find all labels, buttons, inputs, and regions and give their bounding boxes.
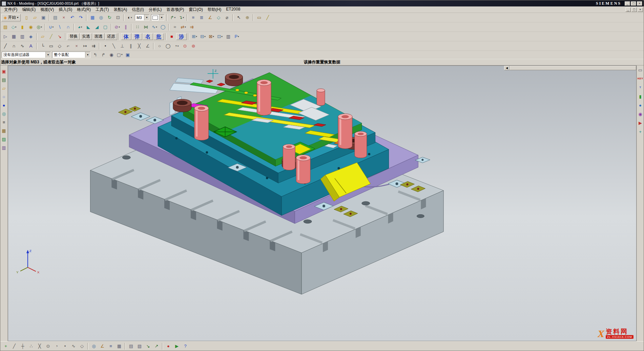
guide-bushing[interactable] [173,99,191,112]
control-point-toggle[interactable]: ∴ [27,343,35,350]
revolve-button[interactable]: ◉ [27,23,35,31]
wave-link-button[interactable]: ⊠▾ [207,33,215,40]
red-arrow-button[interactable]: ↘ [56,33,64,40]
layer-button[interactable]: ≡ [107,343,115,350]
cut-button[interactable]: × [60,14,68,21]
extrude-button[interactable]: ▮ [18,23,26,31]
pattern-component-button[interactable]: ⊡▾ [216,33,224,40]
intersect-button[interactable]: ∩ [64,23,72,31]
p8-macro-button[interactable]: P▾ [233,33,241,40]
grid-toggle[interactable]: ▦ [115,343,123,350]
folder-button[interactable]: ▱ [39,33,47,40]
3d-model-view[interactable]: Z Z X Y [8,66,636,341]
start-menu-button[interactable]: ◈ 开始 ▾ [1,14,21,21]
wcs-orient-button[interactable]: ∠ [98,343,106,350]
history-tab[interactable]: ○ [1,94,7,100]
move-object-button[interactable]: ↱▾ [169,14,177,21]
edge-blend-button[interactable]: ◕▾ [76,23,84,31]
edit-curve-button[interactable]: ╱ [47,33,55,40]
existing-point-toggle[interactable]: • [61,343,69,350]
point-button[interactable]: • [101,42,109,50]
quick-trim-button[interactable]: × [72,42,81,50]
menu-item-7[interactable]: 信息(I) [129,6,146,13]
datum-csys[interactable]: Z [208,69,219,79]
spring-cylinder[interactable] [317,89,325,106]
spring-cylinder[interactable] [355,131,367,158]
perpendicular-button[interactable]: ⊥ [118,42,126,50]
wcs-triad[interactable]: Z X Y [16,249,40,274]
mirror-feature-button[interactable]: ⋈ [142,23,150,31]
rail-collapse-tool[interactable]: ▭ [637,67,643,73]
color-swatch-combo[interactable]: ▼ [151,14,164,21]
named-view-button[interactable]: ▷ [1,33,9,40]
line-button[interactable]: ╱ [1,42,9,50]
measure-distance-button[interactable]: ⌀ [223,14,231,21]
refresh-view-button[interactable]: ↻ [105,14,113,21]
new-button[interactable]: ▯ [22,14,30,21]
body-tool-button[interactable]: 体 [121,33,131,40]
pattern-feature-button[interactable]: ∷ [133,23,142,31]
split-body-button[interactable]: ∥ [122,23,130,31]
color-swatch-combo-dropdown[interactable]: ▼ [159,15,164,20]
replace-button[interactable]: 替换 [67,33,80,40]
grid-display-button[interactable]: ▦ [10,33,18,40]
profile-button[interactable]: └ [39,42,47,50]
snap-point-toggle[interactable]: + [2,343,10,350]
synchronous-modeling-button[interactable]: ⇄▾ [179,23,187,31]
save-button[interactable]: ▣ [39,14,47,21]
point-on-face-toggle[interactable]: ◇ [78,343,86,350]
text-curve-button[interactable]: A [27,42,35,50]
export-button[interactable]: ↘ [144,343,152,350]
mdi-minimize-button[interactable]: _ [625,7,631,12]
extend-curve-button[interactable]: ↦ [81,42,89,50]
draft-button[interactable]: ◢ [93,23,101,31]
parallel-button[interactable]: ∥ [127,42,135,50]
graphics-viewport[interactable]: Z Z X Y ◀ X 资料网 ZL.XS16 [8,65,637,341]
red-cube-button[interactable]: ■ [168,33,176,40]
close-button[interactable]: × [637,1,642,6]
redo-button[interactable]: ↷ [77,14,85,21]
fillet-curve-button[interactable]: ⌐ [64,42,72,50]
line-two-point-button[interactable]: ╲ [110,42,118,50]
conic-button[interactable]: ◔▾ [172,42,181,50]
subtract-button[interactable]: ∖ [56,23,64,31]
intersect-curve-button[interactable]: ╳ [135,42,143,50]
interpart-select-button[interactable]: ↰ [91,51,99,58]
open-button[interactable]: ▱ [31,14,39,21]
end-point-toggle[interactable]: ╱ [10,343,18,350]
thread-button[interactable]: ≈ [171,23,179,31]
circle-button[interactable]: ○ [155,42,164,50]
spring-cylinder[interactable] [194,105,209,140]
menu-item-9[interactable]: 首选项(P) [164,6,186,13]
selection-filter-combo[interactable]: 没有选择过滤器 ▼ [2,52,51,58]
select-scope-button[interactable]: ↱ [99,51,107,58]
solid-translucent-button[interactable]: 实透 [80,33,92,40]
spline-button[interactable]: ∿ [18,42,26,50]
sketch-button[interactable]: ▨ [1,23,9,31]
database-tab[interactable]: ▥ [1,144,7,151]
name-tool-button[interactable]: 名 [143,33,153,40]
help-cursor-button[interactable]: ? [181,343,189,350]
arc-center-toggle[interactable]: ⊙ [44,343,52,350]
menu-item-12[interactable]: ET2008 [224,6,243,13]
menu-item-8[interactable]: 分析(L) [146,6,164,13]
assembly-navigator-tab[interactable]: ▣ [1,68,7,74]
product-outline-button[interactable]: ▥ [224,33,232,40]
object-info-button[interactable]: ▤ [127,343,135,350]
part-navigator-tab[interactable]: ▤ [1,77,7,83]
spring-cylinder[interactable] [296,155,310,183]
interference-check-button[interactable]: 涉 [176,33,187,40]
screen-split-button[interactable]: ▦ [88,14,97,21]
selection-arrow-button[interactable]: ↖ [235,14,243,21]
diamond-view-button[interactable]: ◈ [27,33,35,40]
menu-item-1[interactable]: 编辑(E) [20,6,38,13]
face-translucent-button[interactable]: 面透 [92,33,105,40]
wcs-dynamics-button[interactable]: ∠ [206,14,214,21]
menu-item-11[interactable]: 帮助(H) [205,6,224,13]
view-combo[interactable]: M3▼ [135,14,149,21]
menu-item-5[interactable]: 工具(T) [93,6,111,13]
rectangle-button[interactable]: ▭ [47,42,55,50]
t-tool[interactable]: T [637,84,643,91]
polygon-button[interactable]: ◇ [56,42,64,50]
tube-button[interactable]: ◯ [159,23,167,31]
